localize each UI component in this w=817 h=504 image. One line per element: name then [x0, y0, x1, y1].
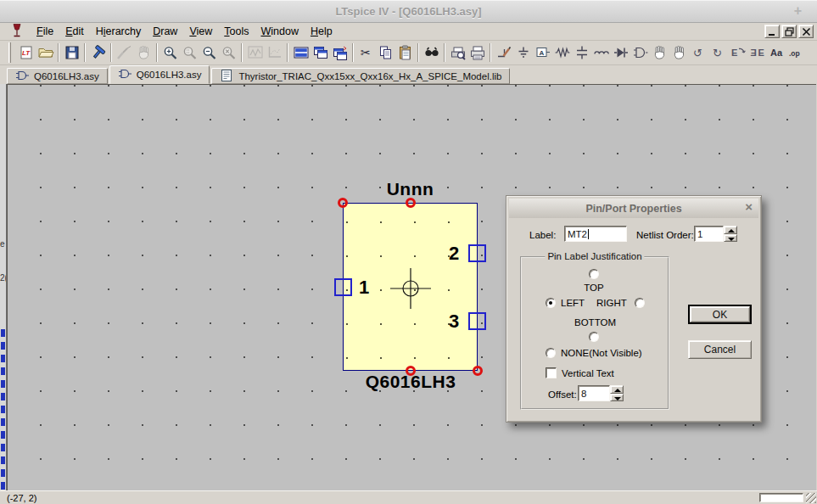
autorange-icon	[245, 42, 265, 63]
maximize-icon[interactable]: +	[794, 3, 802, 19]
dialog-title-bar[interactable]: Pin/Port Properties ×	[509, 199, 758, 218]
tab-0[interactable]: Q6016LH3.asy	[7, 68, 108, 84]
radio-top[interactable]	[589, 269, 599, 279]
toolbar-handle[interactable]	[8, 42, 11, 63]
undo-icon[interactable]: ↺	[689, 42, 708, 63]
radio-top-label: TOP	[574, 283, 613, 293]
pin-1-box[interactable]	[334, 278, 352, 296]
cut-icon[interactable]: ✂	[356, 42, 376, 63]
radio-bottom-label: BOTTOM	[574, 317, 613, 328]
title-bar[interactable]: LTspice IV - [Q6016LH3.asy] +	[0, 0, 817, 23]
tab-2[interactable]: Thyristor_TRIAC_Qxx15xx_Qxx16x_Hx_A_SPIC…	[211, 68, 510, 84]
mirror-icon[interactable]: ƎE	[747, 42, 767, 63]
zoom-out-icon[interactable]	[199, 42, 219, 63]
resistor-icon[interactable]	[552, 42, 572, 63]
symbol-icon	[15, 69, 30, 84]
open-icon[interactable]	[36, 42, 55, 63]
sliver-selected-line	[1, 456, 5, 464]
svg-text:Ǝ: Ǝ	[750, 48, 756, 58]
cancel-button[interactable]: Cancel	[688, 340, 752, 359]
radio-none-label: NONE(Not Visible)	[561, 348, 642, 358]
svg-text:E: E	[731, 48, 737, 58]
ok-button[interactable]: OK	[688, 305, 752, 324]
dialog-close-icon[interactable]: ×	[745, 199, 753, 214]
sliver-selected-line	[1, 444, 5, 451]
cascade-windows-icon[interactable]	[311, 42, 330, 63]
toolbar-separator	[156, 43, 158, 62]
copy-icon[interactable]	[376, 42, 395, 63]
drag-icon[interactable]	[669, 42, 689, 63]
toolbar-separator	[287, 43, 288, 62]
netlist-order-spinner[interactable]	[724, 226, 737, 242]
text-caret	[588, 229, 589, 239]
redo-icon[interactable]: ↻	[708, 42, 728, 63]
label-input[interactable]: MT2	[564, 226, 627, 242]
sliver-selected-line	[1, 469, 5, 477]
spin-up-icon[interactable]	[610, 385, 624, 394]
radio-right[interactable]	[635, 298, 645, 308]
offset-input[interactable]: 8	[578, 385, 610, 401]
menu-draw[interactable]: Draw	[147, 24, 183, 39]
toolbar-items: LT✂A↺↻EƎEAa.op	[16, 42, 806, 63]
background-window-sliver: e2(	[0, 84, 7, 490]
capacitor-icon[interactable]	[572, 42, 591, 63]
radio-left[interactable]	[546, 298, 556, 308]
rotate-icon[interactable]: E	[728, 42, 747, 63]
menu-hierarchy[interactable]: Hierarchy	[90, 24, 148, 39]
new-symbol-icon[interactable]: LT	[16, 42, 36, 63]
toolbar-separator	[490, 43, 491, 62]
print-preview-icon[interactable]	[448, 42, 467, 63]
ltspice-window: LTspice IV - [Q6016LH3.asy] + FileEditHi…	[0, 0, 817, 504]
restore-button[interactable]	[781, 25, 797, 38]
offset-spinner[interactable]	[610, 385, 624, 401]
menu-file[interactable]: File	[31, 24, 59, 39]
symbol-reference-label[interactable]: Unnn	[343, 179, 478, 199]
toolbar: LT✂A↺↻EƎEAa.op	[0, 41, 817, 65]
radio-none[interactable]	[546, 348, 556, 358]
pin-2-box[interactable]	[468, 244, 486, 262]
net-label-icon[interactable]: A	[533, 42, 552, 63]
pin-3-number: 3	[449, 311, 459, 333]
tab-label: Q6016LH3.asy	[137, 70, 202, 80]
spin-down-icon[interactable]	[610, 394, 624, 402]
spin-down-icon[interactable]	[724, 234, 737, 243]
inductor-icon[interactable]	[591, 42, 611, 63]
minimize-button[interactable]	[764, 25, 780, 38]
vertical-text-checkbox[interactable]	[546, 367, 557, 378]
component-icon[interactable]	[630, 42, 650, 63]
control-panel-icon[interactable]	[88, 42, 108, 63]
menu-help[interactable]: Help	[305, 24, 339, 39]
sliver-selected-line	[1, 418, 5, 426]
pin-3-box[interactable]	[468, 312, 486, 330]
toolbar-separator	[110, 43, 112, 62]
resize-grip[interactable]	[806, 493, 816, 503]
tab-1-active[interactable]: Q6016LH3.asy	[109, 65, 210, 84]
spin-up-icon[interactable]	[724, 226, 737, 234]
netlist-order-input[interactable]: 1	[694, 226, 724, 242]
save-icon[interactable]	[62, 42, 81, 63]
menu-edit[interactable]: Edit	[59, 24, 90, 39]
pan-icon	[134, 42, 154, 63]
text-icon[interactable]: Aa	[767, 42, 786, 63]
wire-icon[interactable]	[494, 42, 513, 63]
diode-icon[interactable]	[611, 42, 630, 63]
menu-view[interactable]: View	[183, 24, 218, 39]
toolbar-separator	[241, 43, 243, 62]
tile-vertical-icon[interactable]	[330, 42, 350, 63]
offset-label: Offset:	[548, 389, 577, 400]
menu-tools[interactable]: Tools	[218, 24, 255, 39]
find-icon[interactable]	[422, 42, 441, 63]
menu-window[interactable]: Window	[255, 24, 304, 39]
ground-icon[interactable]	[513, 42, 533, 63]
status-panel	[759, 493, 803, 502]
close-button[interactable]	[798, 25, 814, 38]
tile-windows-icon[interactable]	[291, 42, 311, 63]
paste-icon[interactable]	[395, 42, 415, 63]
zoom-in-icon[interactable]	[160, 42, 180, 63]
pin-label-justification-group: Pin Label Justification TOP LEFT RIGHT B…	[520, 256, 669, 410]
move-icon[interactable]	[650, 42, 669, 63]
tab-bar: Q6016LH3.asyQ6016LH3.asyThyristor_TRIAC_…	[0, 65, 817, 84]
print-icon[interactable]	[467, 42, 487, 63]
radio-bottom[interactable]	[589, 332, 599, 342]
spice-directive-icon[interactable]: .op	[786, 42, 806, 63]
